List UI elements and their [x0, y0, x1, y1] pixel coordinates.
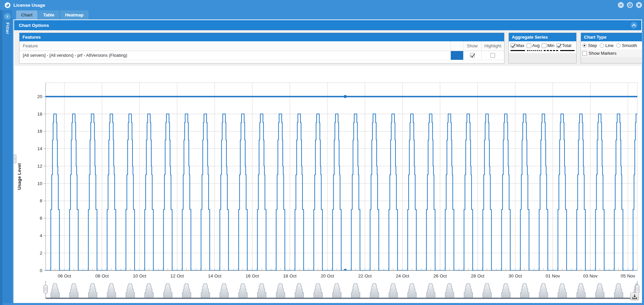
filter-sidebar: › Filter	[2, 10, 12, 303]
chevron-up-icon[interactable]	[631, 22, 637, 29]
app-logo-icon	[5, 2, 10, 8]
smooth-label: Smooth	[622, 43, 637, 48]
window-left-edge	[0, 10, 2, 305]
svg-text:22 Oct: 22 Oct	[358, 273, 372, 278]
svg-text:12 Oct: 12 Oct	[170, 273, 184, 278]
svg-text:03 Nov: 03 Nov	[583, 273, 598, 278]
tab-bar: Chart Table Heatmap	[16, 10, 89, 19]
highlight-checkbox[interactable]	[490, 53, 495, 58]
svg-text:14: 14	[37, 146, 43, 151]
usage-chart: 0246810121416182006 Oct08 Oct10 Oct12 Oc…	[14, 66, 641, 302]
aggregate-line-samples	[509, 49, 576, 53]
svg-text:14 Oct: 14 Oct	[208, 273, 221, 278]
svg-text:01 Nov: 01 Nov	[546, 273, 560, 278]
svg-text:24 Oct: 24 Oct	[396, 273, 409, 278]
download-chart-button[interactable]	[630, 293, 639, 300]
min-label: Min	[547, 43, 554, 48]
maximize-button[interactable]	[627, 2, 633, 8]
feature-color-cell[interactable]	[450, 51, 463, 60]
show-checkbox[interactable]	[470, 53, 475, 58]
svg-text:20: 20	[37, 94, 42, 99]
feature-name: [All servers] - [All vendors] - prf - Al…	[19, 51, 446, 60]
feature-highlight-cell	[481, 51, 504, 60]
aggregate-series-panel: Aggregate Series Max Avg Min Total	[508, 33, 577, 63]
chart-options-region: Features Feature Show Highlight [All ser…	[14, 30, 641, 66]
chart-options-title: Chart Options	[19, 23, 49, 28]
show-markers-label: Show Markers	[589, 51, 616, 56]
svg-text:18 Oct: 18 Oct	[283, 273, 297, 278]
aggregate-series-title: Aggregate Series	[509, 33, 576, 41]
chart-type-radio-row: Step Line Smooth	[581, 41, 642, 49]
range-slider-handle-left[interactable]	[44, 281, 48, 298]
chart-options-header[interactable]: Chart Options	[14, 20, 641, 30]
title-bar: License Usage	[0, 0, 644, 10]
svg-text:2: 2	[40, 251, 42, 256]
column-header-highlight: Highlight	[481, 41, 504, 51]
step-radio[interactable]	[582, 43, 587, 48]
step-label: Step	[588, 43, 597, 48]
download-icon	[632, 294, 638, 299]
max-line-style-sample	[511, 49, 525, 51]
features-table: Feature Show Highlight [All servers] - […	[19, 41, 504, 60]
svg-text:28 Oct: 28 Oct	[471, 273, 484, 278]
minimize-button[interactable]	[618, 2, 624, 8]
avg-line-style-sample	[527, 49, 541, 51]
svg-text:26 Oct: 26 Oct	[433, 273, 447, 278]
max-checkbox[interactable]	[511, 43, 515, 48]
svg-text:16 Oct: 16 Oct	[246, 273, 259, 278]
svg-text:30 Oct: 30 Oct	[508, 273, 522, 278]
show-markers-row: Show Markers	[581, 49, 642, 57]
svg-text:8: 8	[40, 198, 42, 203]
svg-text:12: 12	[37, 164, 42, 169]
smooth-radio[interactable]	[616, 43, 621, 48]
filter-expand-button[interactable]: ›	[4, 13, 11, 20]
svg-text:4: 4	[40, 233, 42, 238]
chart-type-panel: Chart Type Step Line Smooth Show Markers	[581, 33, 642, 63]
svg-text:06 Oct: 06 Oct	[58, 273, 71, 278]
feature-spacer-cell	[446, 51, 450, 60]
svg-text:0: 0	[40, 268, 42, 273]
avg-label: Avg	[532, 43, 540, 48]
show-markers-checkbox[interactable]	[582, 51, 587, 56]
svg-text:18: 18	[37, 112, 42, 117]
close-button[interactable]	[636, 2, 642, 8]
splitter-collapse-handle[interactable]: ‹	[13, 155, 16, 163]
chart-type-title: Chart Type	[581, 33, 642, 41]
svg-text:10: 10	[37, 181, 42, 186]
column-header-spacer	[446, 41, 450, 51]
svg-text:20 Oct: 20 Oct	[321, 273, 334, 278]
column-header-show: Show	[463, 41, 481, 51]
features-panel: Features Feature Show Highlight [All ser…	[19, 33, 504, 63]
svg-text:10 Oct: 10 Oct	[133, 273, 146, 278]
feature-show-cell	[463, 51, 481, 60]
svg-text:Usage Level: Usage Level	[17, 163, 22, 190]
min-line-style-sample	[544, 49, 558, 51]
tab-chart[interactable]: Chart	[16, 10, 38, 19]
svg-text:05 Nov: 05 Nov	[621, 273, 635, 278]
window-controls	[618, 2, 642, 8]
column-header-feature: Feature	[19, 41, 446, 51]
line-label: Line	[605, 43, 614, 48]
features-panel-title: Features	[19, 33, 504, 41]
tab-heatmap[interactable]: Heatmap	[60, 10, 89, 19]
svg-text:6: 6	[40, 216, 42, 221]
total-line-style-sample	[560, 49, 575, 51]
window-title: License Usage	[13, 3, 45, 8]
svg-text:16: 16	[37, 129, 42, 134]
feature-color-swatch[interactable]	[451, 51, 463, 60]
total-checkbox[interactable]	[556, 43, 561, 48]
max-label: Max	[516, 43, 525, 48]
filter-sidebar-label: Filter	[5, 23, 10, 34]
svg-text:08 Oct: 08 Oct	[95, 273, 109, 278]
column-header-color	[450, 41, 463, 51]
avg-checkbox[interactable]	[527, 43, 531, 48]
total-label: Total	[562, 43, 571, 48]
min-checkbox[interactable]	[542, 43, 546, 48]
aggregate-checkbox-row: Max Avg Min Total	[509, 41, 576, 49]
feature-row[interactable]: [All servers] - [All vendors] - prf - Al…	[19, 51, 504, 60]
tab-table[interactable]: Table	[38, 10, 59, 19]
line-radio[interactable]	[600, 43, 604, 48]
